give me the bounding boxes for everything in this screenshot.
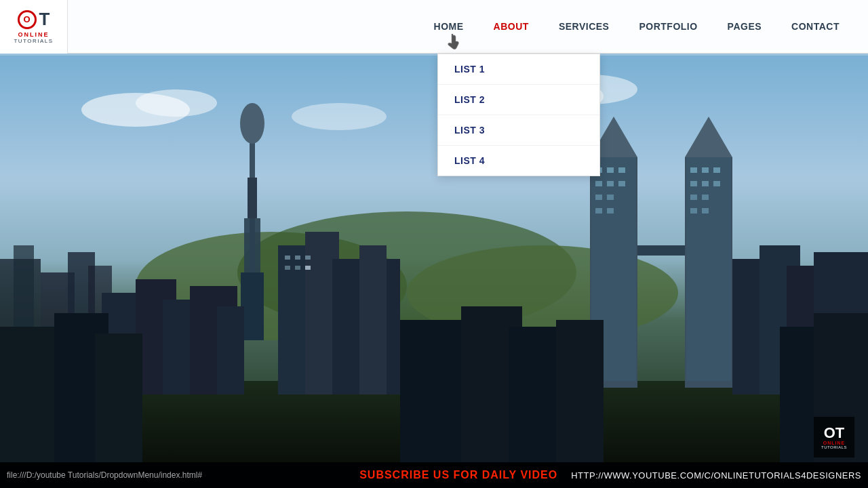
svg-point-5 — [292, 103, 387, 130]
nav-item-contact[interactable]: CONTACT — [776, 0, 854, 54]
svg-rect-49 — [637, 245, 685, 256]
svg-rect-69 — [95, 333, 142, 462]
logo-online: ONLINE — [18, 31, 49, 38]
svg-rect-58 — [713, 181, 720, 186]
svg-rect-56 — [690, 181, 697, 186]
watermark: OT ONLINE TUTORIALS — [814, 417, 854, 458]
dropdown-item-list1[interactable]: LIST 1 — [438, 54, 599, 85]
svg-rect-35 — [359, 245, 387, 394]
svg-rect-61 — [690, 208, 697, 214]
svg-rect-59 — [690, 195, 697, 200]
svg-rect-73 — [556, 320, 604, 462]
svg-rect-44 — [618, 181, 625, 186]
svg-rect-48 — [607, 208, 614, 214]
svg-rect-57 — [702, 181, 709, 186]
svg-rect-28 — [285, 256, 290, 260]
main-nav: HOME ABOUT SERVICES PORTFOLIO PAGES CONT… — [419, 0, 854, 54]
svg-rect-45 — [595, 195, 602, 200]
svg-rect-55 — [713, 167, 720, 173]
dropdown-menu: LIST 1 LIST 2 LIST 3 LIST 4 — [437, 54, 600, 176]
svg-rect-62 — [702, 208, 709, 214]
svg-rect-18 — [248, 178, 257, 218]
svg-rect-20 — [241, 272, 264, 340]
dropdown-item-list4[interactable]: LIST 4 — [438, 146, 599, 176]
nav-item-portfolio[interactable]: PORTFOLIO — [624, 0, 712, 54]
bottom-bar-right: SUBSCRIBE US FOR DAILY VIDEO HTTP://WWW.… — [359, 469, 861, 481]
svg-rect-53 — [690, 167, 697, 173]
nav-item-services[interactable]: SERVICES — [544, 0, 625, 54]
svg-point-17 — [240, 103, 264, 144]
svg-rect-60 — [702, 195, 709, 200]
svg-rect-19 — [244, 218, 260, 272]
cityscape — [0, 56, 868, 462]
dropdown-item-list2[interactable]: LIST 2 — [438, 85, 599, 115]
file-path: file:///D:/youtube Tutorials/DropdownMen… — [7, 470, 202, 480]
watermark-online: ONLINE — [823, 441, 845, 445]
svg-rect-54 — [702, 167, 709, 173]
svg-rect-29 — [295, 256, 300, 260]
svg-rect-30 — [305, 256, 311, 260]
svg-rect-33 — [305, 266, 311, 270]
nav-item-home[interactable]: HOME — [419, 0, 479, 54]
svg-rect-52 — [686, 157, 731, 381]
watermark-tutorials: TUTORIALS — [821, 445, 847, 449]
svg-rect-25 — [217, 306, 244, 394]
svg-rect-42 — [595, 181, 602, 186]
watermark-ot: OT — [824, 426, 845, 441]
bottom-bar: file:///D:/youtube Tutorials/DropdownMen… — [0, 462, 868, 488]
logo-ot: O T — [18, 9, 50, 30]
url-text: HTTP://WWW.YOUTUBE.COM/C/ONLINETUTORIALS… — [571, 470, 861, 481]
svg-rect-40 — [607, 167, 614, 173]
svg-point-2 — [136, 89, 217, 117]
svg-rect-32 — [295, 266, 300, 270]
svg-rect-41 — [618, 167, 625, 173]
svg-rect-31 — [285, 266, 290, 270]
logo-t-letter: T — [39, 9, 50, 30]
nav-item-pages[interactable]: PAGES — [713, 0, 776, 54]
logo-tutorials: TUTORIALS — [14, 38, 53, 44]
svg-rect-47 — [595, 208, 602, 214]
logo[interactable]: O T ONLINE TUTORIALS — [0, 0, 68, 54]
header: O T ONLINE TUTORIALS HOME ABOUT SERVICES… — [0, 0, 868, 54]
svg-rect-43 — [607, 181, 614, 186]
svg-rect-46 — [607, 195, 614, 200]
dropdown-item-list3[interactable]: LIST 3 — [438, 115, 599, 146]
subscribe-text: SUBSCRIBE US FOR DAILY VIDEO — [359, 469, 557, 481]
nav-item-about[interactable]: ABOUT — [479, 0, 544, 54]
logo-o-letter: O — [18, 10, 37, 29]
watermark-box: OT ONLINE TUTORIALS — [814, 417, 854, 458]
